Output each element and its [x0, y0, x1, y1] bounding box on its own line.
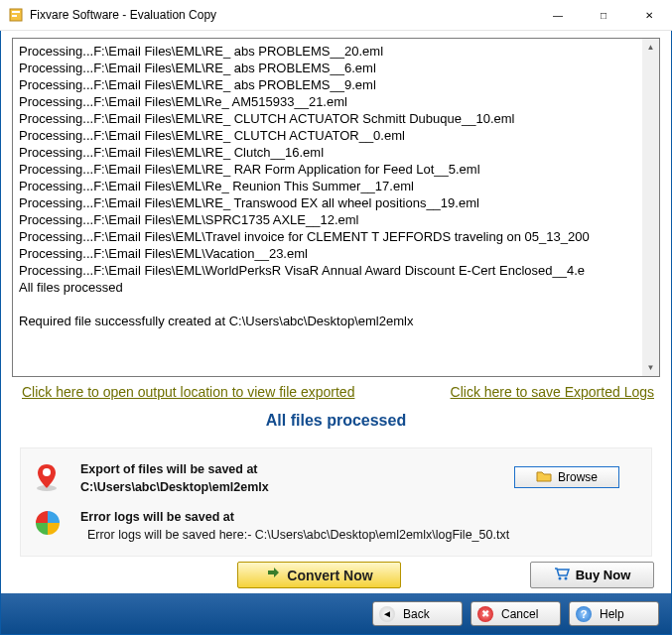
cancel-icon: ✖ [477, 606, 493, 622]
help-icon: ? [576, 606, 592, 622]
open-output-link[interactable]: Click here to open output location to vi… [22, 384, 354, 400]
error-log-text: Error logs will be saved at Error logs w… [80, 508, 637, 544]
convert-icon [265, 566, 281, 584]
footer-bar: ◄ Back ✖ Cancel ? Help [1, 593, 671, 634]
cart-icon [554, 567, 570, 583]
action-bar: Convert Now Buy Now [2, 558, 670, 592]
link-row: Click here to open output location to vi… [22, 384, 654, 400]
svg-rect-2 [12, 15, 17, 17]
scroll-down-icon[interactable]: ▼ [642, 359, 659, 376]
svg-point-6 [564, 577, 567, 580]
browse-button[interactable]: Browse [514, 466, 619, 488]
status-text: All files processed [1, 412, 671, 430]
pie-chart-icon [35, 510, 63, 539]
titlebar: Fixvare Software - Evaluation Copy — □ ✕ [0, 0, 672, 31]
buy-now-button[interactable]: Buy Now [530, 562, 654, 588]
close-button[interactable]: ✕ [626, 0, 672, 30]
svg-point-5 [558, 577, 561, 580]
convert-now-button[interactable]: Convert Now [237, 562, 401, 588]
location-pin-icon [35, 462, 63, 495]
minimize-button[interactable]: — [535, 0, 581, 30]
back-icon: ◄ [379, 606, 395, 622]
help-button[interactable]: ? Help [569, 601, 659, 626]
app-icon [8, 7, 24, 23]
scroll-up-icon[interactable]: ▲ [642, 39, 659, 56]
client-area: Processing...F:\Email Files\EML\RE_ abs … [0, 31, 672, 635]
cancel-button[interactable]: ✖ Cancel [470, 601, 561, 626]
save-logs-link[interactable]: Click here to save Exported Logs [451, 384, 654, 400]
folder-icon [536, 469, 552, 486]
window-title: Fixvare Software - Evaluation Copy [30, 8, 535, 22]
svg-point-4 [43, 468, 51, 476]
svg-rect-1 [12, 11, 20, 13]
output-panel: Export of files will be saved at C:\User… [20, 447, 652, 557]
scrollbar[interactable]: ▲ ▼ [642, 39, 659, 376]
maximize-button[interactable]: □ [581, 0, 626, 30]
back-button[interactable]: ◄ Back [372, 601, 463, 626]
log-textarea[interactable]: Processing...F:\Email Files\EML\RE_ abs … [12, 38, 660, 377]
log-content: Processing...F:\Email Files\EML\RE_ abs … [13, 39, 659, 333]
